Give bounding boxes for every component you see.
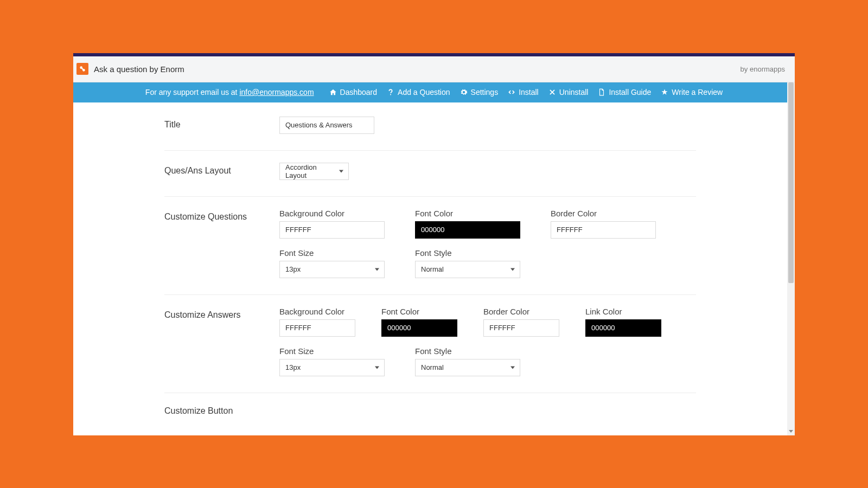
- nav-add-question[interactable]: Add a Question: [387, 88, 450, 97]
- support-email-link[interactable]: info@enormapps.com: [239, 88, 314, 97]
- nav-install-guide[interactable]: Install Guide: [598, 88, 651, 97]
- a-fontcolor-label: Font Color: [381, 307, 457, 316]
- a-border-label: Border Color: [483, 307, 559, 316]
- q-fontcolor-label: Font Color: [415, 209, 520, 218]
- q-fontcolor-input[interactable]: [415, 221, 520, 239]
- a-border-input[interactable]: [483, 319, 559, 337]
- a-bg-input[interactable]: [279, 319, 355, 337]
- settings-form: Title Ques/Ans Layout Accordion Layout C…: [164, 102, 696, 416]
- nav-label: Install: [519, 88, 539, 97]
- title-input[interactable]: [279, 117, 374, 134]
- q-fontstyle-select[interactable]: Normal: [415, 261, 520, 278]
- q-border-label: Border Color: [551, 209, 656, 218]
- file-icon: [598, 88, 605, 96]
- section-customize-questions: Customize Questions Background Color Fon…: [164, 197, 696, 295]
- a-link-input[interactable]: [585, 319, 661, 337]
- select-value: 13px: [285, 265, 301, 273]
- navbar: For any support email us at info@enormap…: [73, 82, 795, 102]
- a-fontstyle-label: Font Style: [415, 346, 520, 356]
- a-fontstyle-select[interactable]: Normal: [415, 359, 520, 376]
- code-icon: [508, 88, 515, 96]
- nav-label: Install Guide: [609, 88, 651, 97]
- section-layout: Ques/Ans Layout Accordion Layout: [164, 151, 696, 197]
- select-value: Normal: [421, 363, 444, 371]
- question-icon: [387, 88, 394, 96]
- q-fontsize-select[interactable]: 13px: [279, 261, 385, 278]
- section-title: Title: [164, 113, 696, 151]
- vertical-scrollbar[interactable]: [787, 82, 795, 435]
- select-value: 13px: [285, 363, 301, 371]
- scroll-area: Title Ques/Ans Layout Accordion Layout C…: [73, 102, 787, 435]
- nav-label: Write a Review: [672, 88, 723, 97]
- q-bg-input[interactable]: [279, 221, 385, 239]
- section-customize-answers: Customize Answers Background Color Font …: [164, 295, 696, 393]
- header-left: Ask a question by Enorm: [76, 63, 184, 75]
- support-text: For any support email us at info@enormap…: [145, 88, 314, 97]
- gear-icon: [460, 88, 468, 96]
- a-fontsize-select[interactable]: 13px: [279, 359, 385, 376]
- nav-label: Uninstall: [559, 88, 589, 97]
- app-frame: Ask a question by Enorm by enormapps For…: [73, 53, 795, 435]
- nav-write-review[interactable]: Write a Review: [661, 88, 723, 97]
- q-bg-label: Background Color: [279, 209, 385, 218]
- app-header: Ask a question by Enorm by enormapps: [73, 56, 795, 82]
- section-label: Ques/Ans Layout: [164, 163, 279, 180]
- section-customize-button-cut: Customize Button: [164, 393, 696, 416]
- section-label: Customize Answers: [164, 307, 279, 376]
- nav-uninstall[interactable]: Uninstall: [548, 88, 589, 97]
- a-link-label: Link Color: [585, 307, 661, 316]
- by-label: by enormapps: [741, 65, 785, 73]
- layout-select[interactable]: Accordion Layout: [279, 163, 349, 180]
- section-label: Customize Questions: [164, 209, 279, 278]
- a-bg-label: Background Color: [279, 307, 355, 316]
- star-icon: [661, 88, 668, 96]
- nav-settings[interactable]: Settings: [460, 88, 499, 97]
- scroll-thumb[interactable]: [788, 82, 794, 283]
- q-fontsize-label: Font Size: [279, 248, 385, 258]
- scroll-down-button[interactable]: [787, 428, 795, 435]
- section-label: Title: [164, 117, 279, 134]
- nav-label: Settings: [471, 88, 499, 97]
- select-value: Normal: [421, 265, 444, 273]
- home-icon: [329, 88, 337, 96]
- app-logo-icon: [76, 63, 88, 75]
- a-fontsize-label: Font Size: [279, 346, 385, 356]
- support-prefix: For any support email us at: [145, 88, 240, 97]
- app-title: Ask a question by Enorm: [94, 65, 184, 74]
- close-icon: [548, 88, 556, 96]
- a-fontcolor-input[interactable]: [381, 319, 457, 337]
- nav-label: Add a Question: [398, 88, 450, 97]
- q-fontstyle-label: Font Style: [415, 248, 520, 258]
- nav-dashboard[interactable]: Dashboard: [329, 88, 378, 97]
- nav-label: Dashboard: [340, 88, 378, 97]
- q-border-input[interactable]: [551, 221, 656, 239]
- nav-install[interactable]: Install: [508, 88, 539, 97]
- select-value: Accordion Layout: [285, 163, 336, 179]
